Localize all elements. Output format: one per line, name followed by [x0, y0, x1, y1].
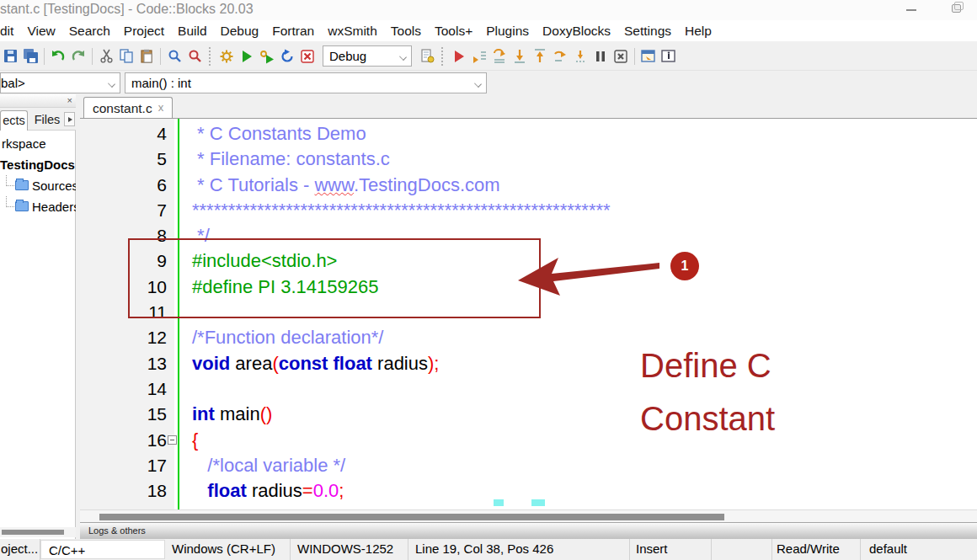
tab-constant-c[interactable]: constant.cx: [83, 97, 173, 119]
code-line[interactable]: 11: [80, 300, 977, 325]
menu-plugins[interactable]: Plugins: [479, 24, 536, 39]
function-select[interactable]: main() : int: [125, 72, 487, 93]
status-readwrite: Read/Write: [772, 539, 861, 560]
management-hscrollbar[interactable]: [0, 527, 76, 537]
occurrence-highlight: [494, 499, 504, 506]
code-line[interactable]: 18 float radius=0.0;: [80, 478, 977, 504]
code-line[interactable]: 12/*Function declaration*/: [80, 325, 977, 350]
stop-debugger-icon[interactable]: [611, 47, 630, 66]
find-icon[interactable]: [165, 47, 184, 66]
save-all-icon[interactable]: [21, 47, 40, 66]
logs-caption-bar[interactable]: Logs & others: [80, 522, 977, 539]
debug-continue-icon[interactable]: [450, 47, 468, 66]
code-line[interactable]: 8 */: [80, 223, 977, 248]
tree-item-sources[interactable]: Sources: [0, 175, 76, 196]
toolbar-grip[interactable]: [441, 47, 445, 66]
step-into-icon[interactable]: [510, 47, 529, 66]
rebuild-icon[interactable]: [278, 47, 296, 66]
tab-files[interactable]: Files: [30, 110, 64, 131]
close-icon[interactable]: ×: [67, 95, 72, 106]
management-header: ×: [0, 94, 76, 108]
code-line[interactable]: 15int main(): [80, 402, 977, 427]
paste-icon[interactable]: [137, 47, 156, 66]
menu-fortran[interactable]: Fortran: [265, 24, 321, 39]
run-to-cursor-icon[interactable]: [470, 47, 488, 66]
undo-icon[interactable]: [49, 47, 67, 66]
code-editor[interactable]: 4 * C Constants Demo5 * Filename: consta…: [80, 118, 977, 522]
code-line[interactable]: 4 * C Constants Demo: [80, 121, 977, 147]
compile-run-icon[interactable]: [258, 47, 276, 66]
line-code: int main(): [192, 402, 272, 427]
line-code: void area(const float radius);: [192, 351, 439, 376]
compiler-options-icon[interactable]: [418, 47, 436, 66]
scrollbar-thumb[interactable]: [99, 514, 724, 520]
line-number: 10: [80, 275, 167, 300]
code-line[interactable]: 10#define PI 3.14159265: [80, 275, 977, 300]
toolbar-separator: [160, 48, 161, 65]
menu-dit[interactable]: dit: [0, 24, 20, 39]
scrollbar-thumb[interactable]: [2, 530, 64, 535]
tree-item-workspace[interactable]: rkspace: [0, 133, 76, 154]
menu-settings[interactable]: Settings: [617, 24, 678, 39]
code-line[interactable]: 6 * C Tutorials - www.TestingDocs.com: [80, 173, 977, 198]
toolbar-grip[interactable]: [209, 47, 212, 66]
menu-help[interactable]: Help: [678, 24, 718, 39]
menu-build[interactable]: Build: [171, 24, 213, 39]
code-line[interactable]: 5 * Filename: constants.c: [80, 147, 977, 172]
next-line-icon[interactable]: [490, 47, 509, 66]
menu-project[interactable]: Project: [117, 24, 171, 39]
tree-item-headers[interactable]: Headers: [0, 196, 76, 217]
symbol-toolbar: bal> main() : int: [0, 71, 977, 94]
tree-item-project[interactable]: TestingDocs: [0, 154, 76, 175]
line-number: 16: [80, 428, 167, 453]
chevron-down-icon: [399, 53, 407, 61]
codeblocks-window: stant.c [TestingDocs] - Code::Blocks 20.…: [0, 0, 977, 560]
code-line[interactable]: 9#include<stdio.h>: [80, 248, 977, 274]
line-number: 9: [80, 248, 167, 274]
status-highlight-language[interactable]: C/C++: [40, 540, 165, 559]
menu-wxsmith[interactable]: wxSmith: [321, 24, 384, 39]
code-line[interactable]: 17 /*local variable */: [80, 453, 977, 478]
various-info-icon[interactable]: [659, 47, 678, 66]
menu-debug[interactable]: Debug: [214, 24, 266, 39]
code-line[interactable]: 7***************************************…: [80, 198, 977, 223]
code-line[interactable]: 13void area(const float radius);: [80, 351, 977, 376]
debugging-windows-icon[interactable]: [639, 47, 658, 66]
editor-pane: constant.cx 4 * C Constants Demo5 * File…: [80, 94, 977, 539]
compile-icon[interactable]: [217, 47, 236, 66]
cut-icon[interactable]: [97, 47, 115, 66]
redo-icon[interactable]: [69, 47, 88, 66]
copy-icon[interactable]: [117, 47, 136, 66]
menu-view[interactable]: View: [20, 24, 61, 39]
save-icon[interactable]: [1, 47, 19, 66]
fold-marker-icon[interactable]: [168, 435, 177, 445]
editor-hscrollbar[interactable]: [80, 509, 977, 522]
replace-icon[interactable]: [185, 47, 204, 66]
tab-projects[interactable]: ects: [0, 110, 28, 131]
line-code: /*Function declaration*/: [192, 325, 383, 350]
line-code: * C Constants Demo: [192, 121, 366, 147]
step-out-icon[interactable]: [531, 47, 549, 66]
menu-doxyblocks[interactable]: DoxyBlocks: [536, 24, 617, 39]
status-insert-mode: Insert: [630, 539, 712, 560]
line-number: 4: [80, 121, 167, 147]
menu-tools[interactable]: Tools+: [428, 24, 479, 39]
main-toolbar: Debug: [0, 42, 977, 71]
code-line[interactable]: 16{: [80, 428, 977, 453]
code-line[interactable]: 14: [80, 376, 977, 402]
scope-select[interactable]: bal>: [0, 72, 120, 93]
tab-close-icon[interactable]: x: [158, 101, 164, 114]
pause-icon[interactable]: [591, 47, 610, 66]
menu-search[interactable]: Search: [62, 24, 117, 39]
build-target-select[interactable]: Debug: [323, 45, 412, 67]
abort-icon[interactable]: [298, 47, 317, 66]
step-into-instruction-icon[interactable]: [571, 47, 590, 66]
minimize-icon[interactable]: [906, 9, 916, 11]
line-code: float radius=0.0;: [192, 478, 344, 504]
menu-tools[interactable]: Tools: [384, 24, 428, 39]
run-icon[interactable]: [238, 47, 256, 66]
next-instruction-icon[interactable]: [551, 47, 569, 66]
tab-scroll-arrow-icon[interactable]: [64, 112, 75, 126]
restore-icon[interactable]: [952, 4, 961, 13]
function-value: main() : int: [131, 76, 191, 90]
